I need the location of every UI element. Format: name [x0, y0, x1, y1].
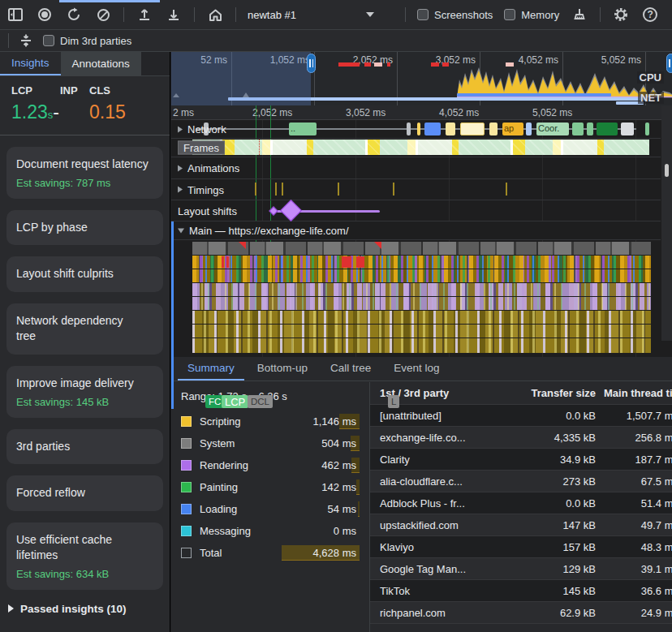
checkbox-box[interactable]	[43, 35, 54, 46]
screenshots-checkbox[interactable]: Screenshots	[417, 9, 493, 21]
animations-track-label[interactable]: Animations	[178, 162, 239, 174]
memory-checkbox[interactable]: Memory	[504, 9, 559, 21]
marker-lcp[interactable]: LCP	[222, 395, 248, 408]
flame-row[interactable]	[192, 338, 651, 353]
insight-card-layout-shift-culprits[interactable]: Layout shift culprits	[6, 256, 163, 292]
target-selector-dropdown[interactable]: newtab #1	[248, 9, 394, 21]
table-row[interactable]: Clarity34.9 kB187.7 ms	[370, 449, 672, 471]
toggle-sidebar-icon[interactable]	[6, 6, 24, 24]
track-animations[interactable]: Animations	[171, 157, 661, 179]
col-transfer-size[interactable]: Transfer size	[518, 387, 604, 399]
long-task-indicator	[374, 62, 382, 67]
network-request-bar[interactable]	[446, 123, 455, 135]
table-row[interactable]: upstackified.com147 kB49.7 ms	[370, 514, 672, 536]
network-request-bar[interactable]: ..	[289, 123, 317, 135]
overview-left-handle[interactable]	[307, 54, 316, 73]
reload-and-record-button[interactable]	[65, 6, 83, 24]
marker-l[interactable]: L	[388, 395, 399, 408]
tab-bottom-up[interactable]: Bottom-up	[248, 357, 317, 380]
passed-insights-toggle[interactable]: Passed insights (10)	[0, 598, 170, 620]
flame-row[interactable]	[192, 256, 651, 269]
collect-garbage-icon[interactable]	[571, 6, 588, 24]
layout-shift-diamond[interactable]	[280, 200, 302, 221]
table-row[interactable]: Google Tag Man...129 kB39.1 ms	[370, 558, 672, 580]
insight-card-lcp-by-phase[interactable]: LCP by phase	[6, 210, 163, 246]
flame-row[interactable]	[192, 269, 651, 282]
track-main-thread[interactable]: Main — https://exchange-life.com/	[171, 221, 661, 240]
flame-row[interactable]	[192, 325, 651, 337]
network-request-bar[interactable]: ap	[502, 123, 523, 135]
network-request-bar[interactable]	[572, 123, 584, 135]
checkbox-box[interactable]	[417, 9, 429, 20]
record-button[interactable]	[36, 6, 54, 24]
network-request-bar[interactable]: Coor.	[536, 123, 569, 135]
load-profile-icon[interactable]	[136, 6, 153, 24]
network-request-bar[interactable]	[424, 123, 441, 135]
settings-gear-icon[interactable]	[612, 6, 630, 24]
network-request-bar[interactable]	[417, 123, 420, 135]
track-frames[interactable]: Frames	[171, 139, 661, 157]
table-row[interactable]: TikTok145 kB36.6 ms	[370, 580, 672, 602]
help-icon[interactable]: ?	[641, 6, 659, 24]
track-network[interactable]: .. ap Coor. Network	[171, 120, 661, 139]
table-row[interactable]: [unattributed]0.0 kB1,507.7 ms	[370, 405, 672, 427]
main-track-label[interactable]: Main — https://exchange-life.com/	[178, 225, 349, 237]
layout-shift-diamond[interactable]	[269, 206, 278, 215]
network-request-bar[interactable]	[645, 123, 649, 135]
insight-card-use-efficient-cache-lifetimes[interactable]: Use efficient cache lifetimes Est saving…	[6, 522, 163, 590]
scrollbar-thumb[interactable]	[665, 164, 669, 177]
flame-row[interactable]	[192, 311, 651, 324]
dim-3rd-parties-checkbox[interactable]: Dim 3rd parties	[43, 35, 131, 47]
insight-card-document-request-latency[interactable]: Document request latency Est savings: 78…	[6, 147, 163, 199]
network-request-bar[interactable]	[407, 123, 411, 135]
tab-annotations[interactable]: Annotations	[61, 52, 141, 75]
table-row[interactable]: exchange-life.co...4,335 kB256.8 ms	[370, 427, 672, 449]
metric-cls[interactable]: CLS 0.15	[89, 84, 146, 123]
collapse-tracks-icon[interactable]	[17, 32, 35, 49]
track-layout-shifts[interactable]: Layout shifts	[171, 200, 661, 221]
tab-insights[interactable]: Insights	[0, 52, 61, 75]
table-row[interactable]: Adblock Plus - fr...0.0 kB51.4 ms	[370, 492, 672, 514]
flame-row[interactable]	[192, 283, 651, 296]
overview-right-handle[interactable]	[666, 54, 672, 73]
tracks-scrollbar[interactable]	[661, 105, 672, 341]
checkbox-box[interactable]	[504, 9, 515, 20]
save-profile-icon[interactable]	[165, 6, 183, 24]
insight-card-network-dependency-tree[interactable]: Network dependency tree	[6, 303, 163, 355]
insight-card-3rd-parties[interactable]: 3rd parties	[6, 429, 163, 465]
flame-row[interactable]	[192, 297, 651, 310]
timeline-ruler[interactable]: 2 ms 2,052 ms 3,052 ms 4,052 ms 5,052 ms	[171, 105, 672, 120]
network-request-bar[interactable]	[526, 123, 532, 135]
table-row[interactable]: alia-cloudflare.c...273 kB67.5 ms	[370, 471, 672, 492]
metric-lcp[interactable]: LCP 1.23s-	[11, 84, 60, 123]
network-track-label[interactable]: Network	[178, 123, 226, 135]
network-request-bar[interactable]	[587, 123, 593, 135]
table-header-row[interactable]: 1st / 3rd party Transfer size Main threa…	[370, 382, 672, 405]
track-timings[interactable]: Timings	[171, 179, 661, 200]
tab-summary[interactable]: Summary	[178, 357, 244, 380]
clear-button[interactable]	[94, 6, 112, 24]
legend-row-rendering: Rendering 462 ms	[181, 454, 360, 476]
insight-card-forced-reflow[interactable]: Forced reflow	[6, 475, 163, 511]
insight-card-improve-image-delivery[interactable]: Improve image delivery Est savings: 145 …	[6, 366, 163, 418]
network-request-bar[interactable]	[460, 123, 485, 135]
table-row[interactable]: richpanel.com62.9 kB24.9 ms	[370, 602, 672, 624]
timeline-overview[interactable]: 52 ms 1,052 ms 2,052 ms 3,052 ms 4,052 m…	[171, 52, 672, 105]
network-request-bar[interactable]	[597, 123, 618, 135]
network-request-bar[interactable]	[621, 123, 634, 135]
layout-shifts-track-label[interactable]: Layout shifts	[178, 204, 237, 217]
category-swatch	[181, 438, 192, 449]
metric-inp[interactable]: INP	[60, 84, 89, 123]
home-icon[interactable]	[206, 6, 224, 24]
timings-track-label[interactable]: Timings	[178, 183, 224, 196]
frames-track-label[interactable]: Frames	[178, 141, 225, 155]
insight-cards: Document request latency Est savings: 78…	[0, 139, 170, 598]
screenshots-label: Screenshots	[434, 9, 493, 21]
table-row[interactable]: Klaviyo157 kB48.3 ms	[370, 536, 672, 558]
tab-event-log[interactable]: Event log	[384, 357, 449, 380]
tab-call-tree[interactable]: Call tree	[321, 357, 381, 380]
network-request-bar[interactable]	[489, 123, 498, 135]
flame-row-tasks[interactable]	[192, 242, 651, 255]
col-main-thread[interactable]: Main thread time	[604, 387, 672, 399]
marker-dcl[interactable]: DCL	[248, 395, 273, 408]
